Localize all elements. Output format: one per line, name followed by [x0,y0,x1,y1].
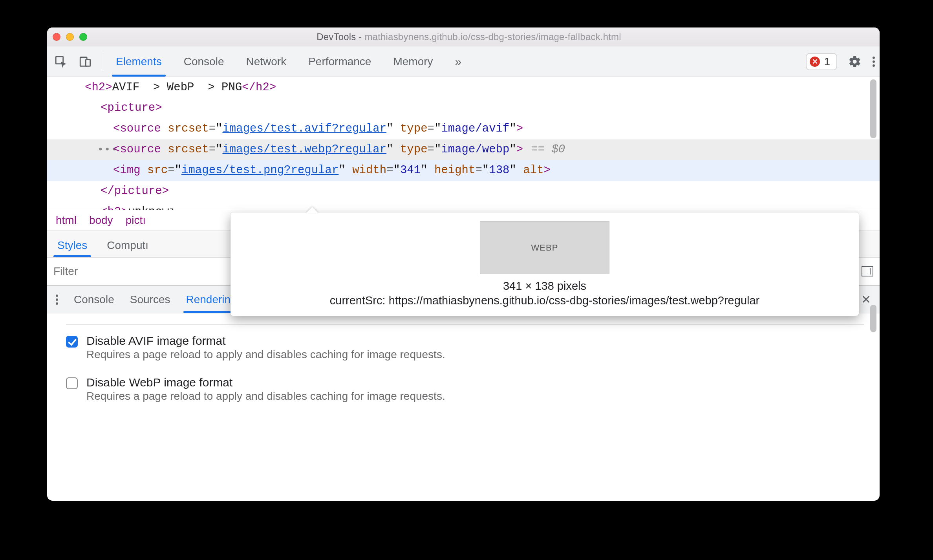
breadcrumb-item[interactable]: pictı [126,214,146,227]
option-label: Disable AVIF image format [86,334,445,348]
tab-overflow-button[interactable]: » [454,46,463,77]
zoom-window-button[interactable] [79,33,87,41]
option-sub: Requires a page reload to apply and disa… [86,390,445,403]
drawer-close-icon[interactable]: ✕ [861,293,871,306]
more-options-icon[interactable] [873,57,875,67]
dom-row[interactable]: <h2>unknowı [47,202,880,210]
breadcrumb-item[interactable]: body [89,214,113,227]
tooltip-currentsrc: currentSrc: https://mathiasbynens.github… [240,294,849,307]
close-window-button[interactable] [53,33,60,41]
dom-row-selected[interactable]: ••• <source srcset="images/test.webp?reg… [47,139,880,160]
title-url: mathiasbynens.github.io/css-dbg-stories/… [364,31,621,42]
drawer-tab-sources[interactable]: Sources [130,286,170,313]
device-toolbar-icon[interactable] [79,55,92,68]
error-icon: ✕ [810,57,820,67]
tab-elements[interactable]: Elements [114,46,163,77]
tab-console[interactable]: Console [182,46,226,77]
drawer-kebab-icon[interactable] [56,286,58,313]
breadcrumb-item[interactable]: html [56,214,77,227]
dom-row[interactable]: <picture> [47,98,880,119]
inspect-element-icon[interactable] [54,55,68,68]
dom-row[interactable]: <h2>AVIF > WebP > PNG</h2> [47,77,880,98]
titlebar: DevTools - mathiasbynens.github.io/css-d… [47,27,880,46]
option-sub: Requires a page reload to apply and disa… [86,348,445,361]
tab-network[interactable]: Network [244,46,288,77]
checkbox-avif[interactable] [66,336,78,348]
tab-performance[interactable]: Performance [307,46,373,77]
image-preview-tooltip: WEBP 341 × 138 pixels currentSrc: https:… [231,212,859,316]
error-number: 1 [824,55,830,68]
dom-row[interactable]: </picture> [47,181,880,202]
tab-memory[interactable]: Memory [391,46,434,77]
tooltip-thumbnail: WEBP [480,221,609,274]
tooltip-dimensions: 341 × 138 pixels [240,280,849,293]
panel-tabs: Elements Console Network Performance Mem… [114,46,463,77]
scrollbar[interactable] [869,305,878,332]
errors-count[interactable]: ✕ 1 [806,53,837,70]
devtools-window: DevTools - mathiasbynens.github.io/css-d… [47,27,880,501]
styles-filter-input[interactable] [53,265,194,278]
title-prefix: DevTools - [316,31,364,42]
option-disable-webp: Disable WebP image format Requires a pag… [66,369,864,410]
elements-tree[interactable]: <h2>AVIF > WebP > PNG</h2> <picture> <so… [47,77,880,210]
dom-row[interactable]: <source srcset="images/test.avif?regular… [47,119,880,139]
toggle-sidebar-icon[interactable] [862,266,873,276]
checkbox-webp[interactable] [66,377,78,389]
selected-marker: == $0 [531,139,565,160]
settings-gear-icon[interactable] [848,55,862,68]
minimize-window-button[interactable] [66,33,74,41]
rendering-panel: Disable AVIF image format Requires a pag… [47,313,880,426]
window-controls [53,33,87,41]
window-title: DevTools - mathiasbynens.github.io/css-d… [87,31,851,42]
styles-tab-styles[interactable]: Styles [56,234,89,257]
option-disable-avif: Disable AVIF image format Requires a pag… [66,327,864,369]
dom-row-hover[interactable]: <img src="images/test.png?regular" width… [47,160,880,181]
option-label: Disable WebP image format [86,376,445,389]
main-toolbar: Elements Console Network Performance Mem… [47,46,880,77]
drawer-tab-console[interactable]: Console [74,286,114,313]
styles-tab-computed[interactable]: Computı [105,234,150,257]
svg-rect-2 [86,59,90,66]
scrollbar[interactable] [869,79,878,209]
